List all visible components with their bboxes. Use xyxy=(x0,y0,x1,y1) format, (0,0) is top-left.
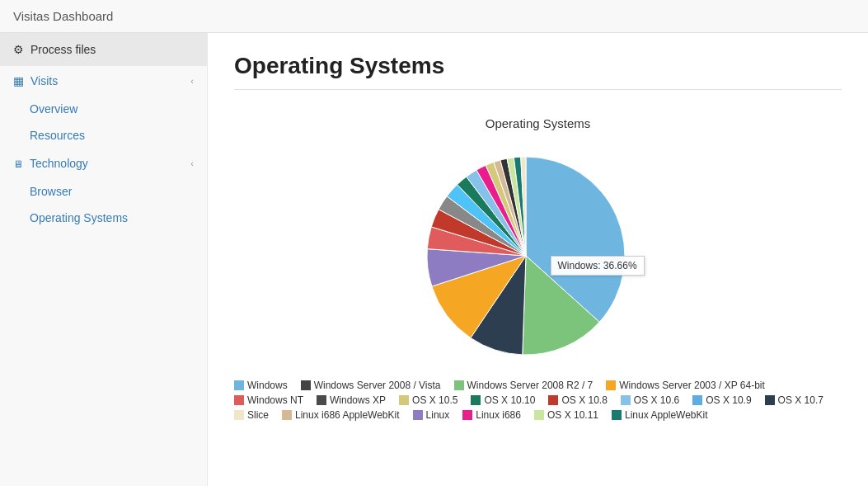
app-header: Visitas Dashboard xyxy=(0,0,868,33)
legend-item: OS X 10.9 xyxy=(692,394,751,406)
legend-label: Windows Server 2008 R2 / 7 xyxy=(467,380,594,391)
page-title: Operating Systems xyxy=(234,53,842,90)
operating-systems-label: Operating Systems xyxy=(30,211,128,224)
sidebar-item-visits[interactable]: Visits ‹ xyxy=(0,66,207,96)
legend-color-box xyxy=(234,395,244,405)
legend-item: Linux i686 AppleWebKit xyxy=(282,409,400,421)
legend-label: Windows Server 2008 / Vista xyxy=(314,380,441,391)
legend-item: OS X 10.6 xyxy=(621,394,679,406)
legend-label: OS X 10.11 xyxy=(547,409,598,421)
legend-color-box xyxy=(612,410,622,420)
app-title: Visitas Dashboard xyxy=(13,9,113,23)
technology-chevron-icon: ‹ xyxy=(190,158,194,168)
legend-color-box xyxy=(621,395,631,405)
legend-label: Linux AppleWebKit xyxy=(625,409,708,421)
sidebar-item-operating-systems[interactable]: Operating Systems xyxy=(0,205,207,231)
legend-label: Windows xyxy=(247,380,288,391)
legend-item: Windows xyxy=(234,380,288,391)
legend-item: Windows XP xyxy=(317,394,386,406)
legend-item: OS X 10.10 xyxy=(471,394,535,406)
technology-label: Technology xyxy=(30,157,88,170)
legend-item: OS X 10.7 xyxy=(765,394,823,406)
chart-title: Operating Systems xyxy=(486,116,591,130)
legend-item: Windows Server 2008 R2 / 7 xyxy=(454,380,594,391)
legend-color-box xyxy=(301,380,311,390)
legend-color-box xyxy=(234,410,244,420)
monitor-icon xyxy=(13,157,23,170)
overview-label: Overview xyxy=(30,102,77,116)
legend-color-box xyxy=(765,395,775,405)
resources-label: Resources xyxy=(30,129,85,142)
main-layout: Process files Visits ‹ Overview Resource… xyxy=(0,33,868,486)
legend-label: OS X 10.8 xyxy=(561,394,607,406)
sidebar-item-process-files[interactable]: Process files xyxy=(0,33,207,66)
chart-container: Operating Systems Windows: 36.66% Window… xyxy=(234,103,842,434)
gear-icon xyxy=(13,43,24,56)
legend-color-box xyxy=(399,395,409,405)
sidebar-item-technology[interactable]: Technology ‹ xyxy=(0,149,207,178)
legend-label: Windows Server 2003 / XP 64-bit xyxy=(619,380,765,391)
process-files-label: Process files xyxy=(30,43,96,56)
main-content: Operating Systems Operating Systems Wind… xyxy=(208,33,868,486)
legend-color-box xyxy=(548,395,558,405)
chart-legend: WindowsWindows Server 2008 / VistaWindow… xyxy=(234,380,842,421)
legend-label: OS X 10.7 xyxy=(778,394,823,406)
legend-item: Linux i686 xyxy=(462,409,521,421)
sidebar-item-browser[interactable]: Browser xyxy=(0,178,207,205)
legend-item: Linux xyxy=(413,409,450,421)
pie-chart: Windows: 36.66% xyxy=(406,140,670,363)
legend-label: Windows XP xyxy=(330,394,386,406)
legend-item: Linux AppleWebKit xyxy=(612,409,708,421)
legend-label: OS X 10.10 xyxy=(484,394,535,406)
legend-label: Linux i686 AppleWebKit xyxy=(295,409,400,421)
legend-label: OS X 10.6 xyxy=(634,394,679,406)
sidebar-item-overview[interactable]: Overview xyxy=(0,96,207,122)
legend-color-box xyxy=(413,410,423,420)
visits-label: Visits xyxy=(30,74,58,87)
legend-label: Linux xyxy=(426,409,450,421)
legend-color-box xyxy=(606,380,616,390)
legend-item: OS X 10.11 xyxy=(534,409,598,421)
legend-label: OS X 10.5 xyxy=(412,394,457,406)
legend-item: OS X 10.8 xyxy=(548,394,607,406)
browser-label: Browser xyxy=(30,185,72,198)
legend-color-box xyxy=(454,380,464,390)
legend-label: Windows NT xyxy=(247,394,303,406)
legend-label: Slice xyxy=(247,409,269,421)
legend-label: OS X 10.9 xyxy=(706,394,751,406)
sidebar: Process files Visits ‹ Overview Resource… xyxy=(0,33,208,486)
sidebar-item-resources[interactable]: Resources xyxy=(0,122,207,149)
legend-color-box xyxy=(692,395,702,405)
legend-item: Windows Server 2003 / XP 64-bit xyxy=(606,380,765,391)
legend-item: Windows Server 2008 / Vista xyxy=(301,380,441,391)
legend-item: OS X 10.5 xyxy=(399,394,457,406)
legend-color-box xyxy=(317,395,326,405)
legend-color-box xyxy=(282,410,292,420)
legend-item: Slice xyxy=(234,409,269,421)
pie-svg xyxy=(406,140,670,363)
bar-chart-icon xyxy=(13,74,24,87)
legend-color-box xyxy=(471,395,481,405)
visits-chevron-icon: ‹ xyxy=(190,76,194,86)
legend-label: Linux i686 xyxy=(476,409,521,421)
legend-color-box xyxy=(234,380,244,390)
legend-color-box xyxy=(462,410,472,420)
legend-item: Windows NT xyxy=(234,394,303,406)
legend-color-box xyxy=(534,410,544,420)
